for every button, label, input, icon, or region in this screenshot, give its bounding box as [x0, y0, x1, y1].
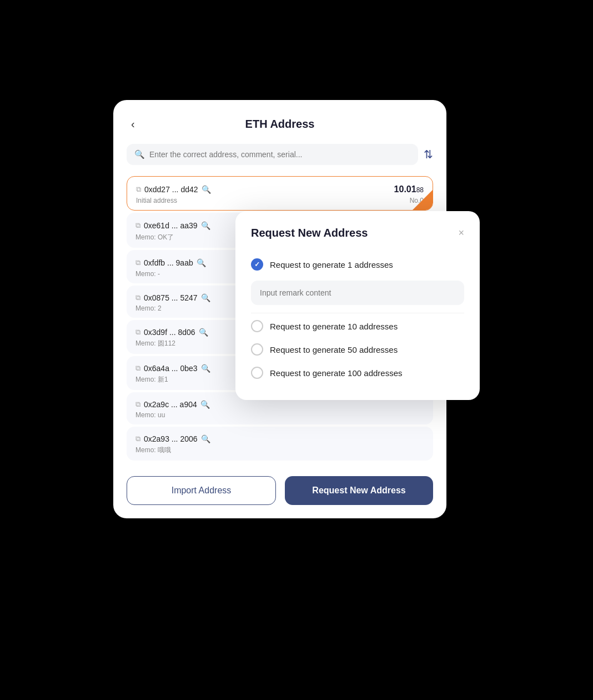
address-top: ⧉ 0x2a93 ... 2006 🔍: [135, 434, 424, 443]
address-text: 0x6a4a ... 0be3: [144, 364, 198, 373]
copy-icon[interactable]: ⧉: [136, 185, 141, 194]
address-left: ⧉ 0x2a93 ... 2006 🔍: [135, 434, 210, 443]
address-left: ⧉ 0xfdfb ... 9aab 🔍: [135, 258, 206, 267]
address-memo: Memo: uu: [135, 411, 165, 419]
dialog-overlay: Request New Address × ✓ Request to gener…: [235, 211, 480, 400]
radio-option[interactable]: Request to generate 100 addresses: [251, 361, 464, 384]
search-row: 🔍 ⇅: [127, 144, 433, 165]
request-address-dialog: Request New Address × ✓ Request to gener…: [235, 211, 480, 400]
search-input[interactable]: [149, 150, 410, 159]
address-search-icon[interactable]: 🔍: [201, 293, 210, 302]
radio-circle[interactable]: [251, 343, 263, 356]
address-left: ⧉ 0xe61d ... aa39 🔍: [135, 221, 210, 230]
address-bottom: Memo: uu: [135, 411, 424, 419]
address-memo: Memo: 2: [135, 304, 162, 312]
address-search-icon[interactable]: 🔍: [199, 328, 208, 337]
address-left: ⧉ 0x6a4a ... 0be3 🔍: [135, 364, 210, 373]
address-top: ⧉ 0xdd27 ... dd42 🔍 10.0188: [136, 184, 424, 194]
address-left: ⧉ 0x2a9c ... a904 🔍: [135, 400, 210, 409]
address-text: 0x2a93 ... 2006: [144, 434, 198, 443]
address-left: ⧉ 0x0875 ... 5247 🔍: [135, 293, 210, 302]
address-memo: Memo: 哦哦: [135, 446, 171, 455]
import-address-button[interactable]: Import Address: [127, 476, 276, 505]
filter-button[interactable]: ⇅: [424, 148, 433, 161]
address-memo: Memo: OK了: [135, 233, 174, 242]
address-top: ⧉ 0x2a9c ... a904 🔍: [135, 400, 424, 409]
radio-label: Request to generate 100 addresses: [270, 368, 403, 378]
dialog-header: Request New Address ×: [251, 227, 464, 239]
radio-label: Request to generate 1 addresses: [270, 260, 393, 269]
copy-icon[interactable]: ⧉: [135, 364, 140, 373]
address-item[interactable]: ⧉ 0xdd27 ... dd42 🔍 10.0188 Initial addr…: [127, 176, 433, 211]
address-search-icon[interactable]: 🔍: [201, 221, 210, 230]
address-memo: Memo: 新1: [135, 375, 168, 384]
radio-check-icon: ✓: [254, 261, 260, 268]
radio-option[interactable]: Request to generate 50 addresses: [251, 338, 464, 361]
copy-icon[interactable]: ⧉: [135, 400, 140, 409]
remark-input[interactable]: [251, 281, 464, 305]
address-text: 0x2a9c ... a904: [144, 400, 197, 409]
dialog-options: ✓ Request to generate 1 addresses Reques…: [251, 253, 464, 384]
divider: [251, 313, 464, 313]
address-text: 0xdd27 ... dd42: [144, 185, 198, 194]
back-button[interactable]: ‹: [127, 116, 139, 133]
copy-icon[interactable]: ⧉: [135, 434, 140, 443]
dialog-title: Request New Address: [251, 227, 368, 239]
radio-label: Request to generate 10 addresses: [270, 322, 398, 331]
bottom-buttons: Import Address Request New Address: [127, 476, 433, 505]
address-text: 0xe61d ... aa39: [144, 221, 198, 230]
address-memo: Memo: 圆112: [135, 339, 175, 348]
page-title: ETH Address: [245, 118, 315, 131]
address-search-icon[interactable]: 🔍: [201, 434, 210, 443]
copy-icon[interactable]: ⧉: [135, 328, 140, 337]
request-new-address-button[interactable]: Request New Address: [285, 476, 433, 505]
search-box: 🔍: [127, 144, 418, 165]
address-bottom: Initial address No.0: [136, 197, 424, 204]
address-memo: Memo: -: [135, 270, 160, 278]
radio-circle[interactable]: [251, 367, 263, 379]
address-bottom: Memo: 哦哦: [135, 446, 424, 455]
search-icon: 🔍: [134, 149, 145, 159]
radio-label: Request to generate 50 addresses: [270, 345, 398, 354]
address-left: ⧉ 0xdd27 ... dd42 🔍: [136, 185, 211, 194]
copy-icon[interactable]: ⧉: [135, 258, 140, 267]
address-left: ⧉ 0x3d9f ... 8d06 🔍: [135, 328, 208, 337]
address-search-icon[interactable]: 🔍: [201, 364, 210, 373]
radio-option[interactable]: Request to generate 10 addresses: [251, 314, 464, 338]
copy-icon[interactable]: ⧉: [135, 293, 140, 302]
address-search-icon[interactable]: 🔍: [197, 258, 206, 267]
address-search-icon[interactable]: 🔍: [200, 400, 210, 409]
radio-option[interactable]: ✓ Request to generate 1 addresses: [251, 253, 464, 276]
address-memo: Initial address: [136, 197, 177, 204]
address-search-icon[interactable]: 🔍: [202, 185, 211, 194]
copy-icon[interactable]: ⧉: [135, 221, 140, 230]
address-item[interactable]: ⧉ 0x2a93 ... 2006 🔍 Memo: 哦哦: [127, 427, 433, 461]
radio-circle[interactable]: [251, 320, 263, 332]
header: ‹ ETH Address: [127, 118, 433, 131]
address-text: 0x0875 ... 5247: [144, 293, 198, 302]
address-text: 0x3d9f ... 8d06: [144, 328, 195, 337]
address-text: 0xfdfb ... 9aab: [144, 258, 193, 267]
filter-icon: ⇅: [424, 148, 433, 161]
active-corner: [413, 190, 433, 210]
dialog-close-button[interactable]: ×: [458, 227, 464, 239]
radio-circle[interactable]: ✓: [251, 258, 263, 271]
